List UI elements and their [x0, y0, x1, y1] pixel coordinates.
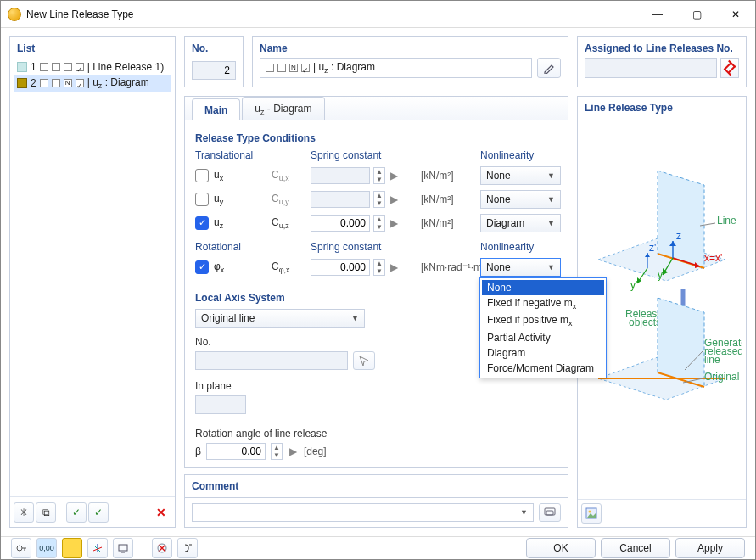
list[interactable]: 1 | Line Release 1) 2 N | uz : Diagram [10, 58, 175, 496]
spin-buttons[interactable]: ▲▼ [373, 215, 385, 232]
dropdown-option[interactable]: Diagram [482, 345, 604, 361]
cphix-label: Cφ,x [272, 260, 311, 274]
arrow-icon[interactable]: ▶ [288, 445, 299, 457]
nonlinearity-label2: Nonlinearity [480, 241, 582, 253]
main-column: No. Name N | uz : Diagram [184, 36, 747, 528]
spin-buttons[interactable]: ▲▼ [271, 443, 283, 460]
cux-unit: [kN/m²] [421, 170, 480, 182]
dropdown-option[interactable]: None [482, 280, 604, 295]
item-number: 1 [31, 61, 36, 73]
phix-symbol: φx [214, 260, 224, 274]
name-display: N | uz : Diagram [260, 58, 532, 78]
name-header: Name [253, 37, 568, 58]
nonlinearity-dropdown[interactable]: None Fixed if negative mx Fixed if posit… [479, 277, 607, 378]
cphix-unit: [kNm·rad⁻¹·m⁻¹] [421, 261, 480, 273]
list-item[interactable]: 2 N | uz : Diagram [14, 75, 171, 92]
dropdown-option[interactable]: Partial Activity [482, 330, 604, 345]
translational-grid: Translational Spring constant Nonlineari… [195, 149, 557, 232]
mini-checkbox [40, 79, 48, 87]
list-item[interactable]: 1 | Line Release 1) [14, 59, 171, 75]
maximize-button[interactable]: ▢ [677, 1, 716, 28]
beta-input[interactable] [206, 443, 266, 460]
reset-button[interactable] [152, 538, 172, 558]
cuz-spinner[interactable]: ▲▼▶ [311, 215, 421, 232]
apply-button[interactable]: Apply [675, 538, 745, 558]
no-sub-field[interactable] [195, 351, 348, 370]
pick-releases-button[interactable] [720, 58, 739, 78]
pick-line-button[interactable] [353, 351, 375, 370]
color-button[interactable] [62, 538, 82, 558]
mini-checkbox: N [289, 64, 298, 72]
cux-spinner[interactable]: ▲▼▶ [311, 167, 421, 184]
in-plane-field[interactable] [195, 395, 246, 414]
color-swatch [17, 78, 27, 88]
svg-rect-43 [119, 545, 127, 551]
ux-checkbox[interactable] [195, 169, 209, 182]
cuy-spinner[interactable]: ▲▼▶ [311, 191, 421, 208]
edit-name-button[interactable] [537, 58, 561, 78]
mini-checkbox [301, 64, 310, 72]
cphix-input[interactable] [311, 259, 370, 276]
section-release-type: Release Type Conditions [195, 132, 557, 144]
spin-buttons[interactable]: ▲▼ [373, 259, 385, 276]
copy-item-button[interactable]: ⧉ [36, 502, 56, 523]
arrow-icon[interactable]: ▶ [389, 217, 400, 229]
phix-checkbox[interactable] [195, 260, 209, 274]
cuz-input[interactable] [311, 215, 370, 232]
delete-button[interactable]: ✕ [151, 502, 171, 523]
assigned-field[interactable] [585, 58, 717, 78]
view-button[interactable] [113, 538, 133, 558]
preview-settings-button[interactable] [581, 503, 602, 524]
button-bar: 0,00 OK Cancel Apply [1, 536, 755, 559]
tab-main[interactable]: Main [192, 98, 240, 120]
svg-text:z: z [676, 230, 681, 242]
svg-rect-1 [546, 511, 553, 515]
cancel-button[interactable]: Cancel [601, 538, 670, 558]
ok-button[interactable]: OK [526, 538, 596, 558]
help-button[interactable] [11, 538, 31, 558]
script-button[interactable] [177, 538, 198, 558]
uy-nonlinearity-combo[interactable]: None▼ [480, 190, 561, 209]
uncheck-all-button[interactable]: ✓ [88, 502, 109, 523]
check-all-button[interactable]: ✓ [66, 502, 87, 523]
uy-checkbox[interactable] [195, 193, 209, 206]
window-title: New Line Release Type [26, 8, 638, 20]
dropdown-option[interactable]: Force/Moment Diagram [482, 361, 604, 376]
axes-icon [92, 542, 104, 554]
titlebar: New Line Release Type — ▢ ✕ [1, 1, 755, 28]
comment-edit-button[interactable] [539, 503, 561, 522]
spring-label2: Spring constant [311, 241, 480, 253]
units-button[interactable]: 0,00 [36, 538, 57, 558]
minimize-button[interactable]: — [638, 1, 677, 28]
pencil-icon [543, 62, 555, 74]
preview-header: Line Release Type [578, 97, 746, 119]
arrow-icon[interactable]: ▶ [389, 261, 400, 273]
no-panel: No. [184, 36, 244, 87]
dropdown-option[interactable]: Fixed if negative mx [482, 295, 604, 312]
axis-button[interactable] [87, 538, 108, 558]
beta-symbol: β [195, 445, 201, 457]
no-header: No. [185, 37, 243, 59]
units-icon: 0,00 [39, 544, 54, 552]
cuz-unit: [kN/m²] [421, 217, 480, 229]
uz-checkbox[interactable] [195, 216, 209, 230]
cphix-spinner[interactable]: ▲▼▶ [311, 259, 421, 276]
close-button[interactable]: ✕ [716, 1, 755, 28]
comment-combo[interactable]: ▼ [192, 503, 534, 522]
no-field[interactable] [192, 61, 236, 80]
svg-point-37 [17, 546, 22, 551]
tab-uz-diagram[interactable]: uz - Diagram [242, 97, 324, 120]
arrow-icon: ▶ [389, 170, 400, 182]
ux-nonlinearity-combo[interactable]: None▼ [480, 166, 561, 185]
new-item-button[interactable]: ✳ [14, 502, 34, 523]
phix-nonlinearity-combo[interactable]: None▼ [480, 258, 561, 277]
mini-checkbox [40, 63, 48, 71]
uz-nonlinearity-combo[interactable]: Diagram▼ [480, 214, 561, 232]
image-icon [585, 507, 597, 519]
local-axis-combo[interactable]: Original line▼ [195, 309, 365, 328]
app-icon [8, 8, 21, 21]
beta-unit: [deg] [304, 445, 327, 457]
mini-checkbox [266, 64, 274, 72]
assigned-panel: Assigned to Line Releases No. [577, 36, 747, 87]
dropdown-option[interactable]: Fixed if positive mx [482, 312, 604, 329]
